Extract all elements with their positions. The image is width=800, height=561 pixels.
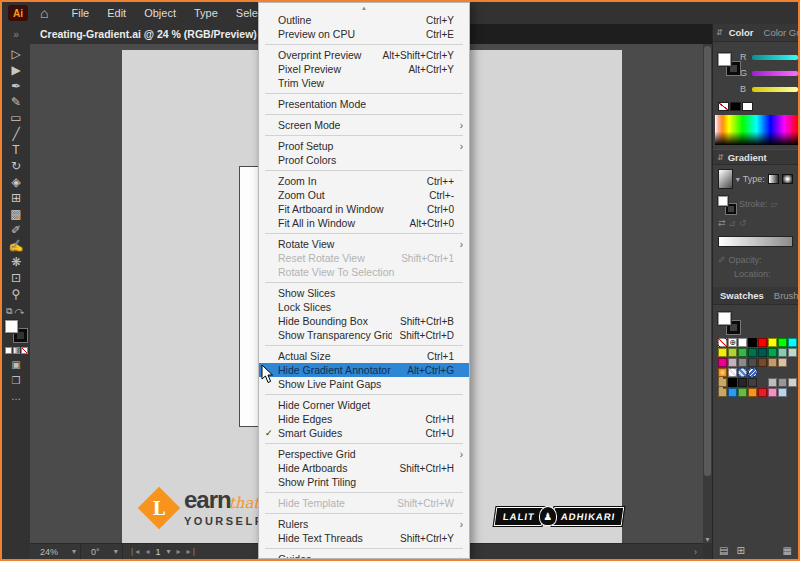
swatch-pattern[interactable]	[748, 368, 757, 377]
gradient-tool-icon[interactable]: ▩	[2, 206, 30, 222]
swatch-color[interactable]	[738, 338, 747, 347]
swatch-pattern[interactable]	[738, 368, 747, 377]
menu-item-lock-slices[interactable]: Lock Slices	[259, 300, 469, 314]
color-spectrum[interactable]	[715, 115, 798, 145]
swatch-color[interactable]	[738, 378, 747, 387]
menu-item-pixel-preview[interactable]: Pixel PreviewAlt+Ctrl+Y	[259, 62, 469, 76]
gradient-fill-stroke-proxy[interactable]	[718, 196, 736, 214]
menu-item-perspective-grid[interactable]: Perspective Grid›	[259, 447, 469, 461]
none-button[interactable]	[21, 347, 28, 354]
blob-brush-tool-icon[interactable]: ✍	[2, 238, 30, 254]
fill-indicator[interactable]	[718, 196, 728, 206]
swatch-color[interactable]	[748, 348, 757, 357]
menu-item-fit-all-in-window[interactable]: Fit All in WindowAlt+Ctrl+0	[259, 216, 469, 230]
eyedropper-tool-icon[interactable]: ✐	[2, 222, 30, 238]
menu-item-rotate-view[interactable]: Rotate View›	[259, 237, 469, 251]
free-transform-tool-icon[interactable]: ⊞	[2, 190, 30, 206]
tab-brushes[interactable]: Brushes	[770, 288, 800, 303]
symbol-sprayer-tool-icon[interactable]: ❋	[2, 254, 30, 270]
swatch-color[interactable]	[768, 388, 777, 397]
swatch-color[interactable]	[758, 348, 767, 357]
swatch-pattern[interactable]	[728, 368, 737, 377]
swatch-libraries-icon[interactable]: ▤	[719, 545, 728, 556]
first-artboard-icon[interactable]: ❘◂	[129, 547, 140, 556]
new-swatch-group-icon[interactable]: ⊞	[736, 545, 744, 556]
swatch-color[interactable]	[728, 358, 737, 367]
panel-collapse-icon[interactable]: ⇵	[717, 153, 724, 162]
gradient-thumbnail[interactable]	[718, 169, 733, 189]
swatch-color[interactable]	[778, 388, 787, 397]
vertical-scrollbar[interactable]: ▼	[703, 44, 712, 543]
panel-collapse-icon[interactable]: ⇵	[716, 28, 723, 37]
menu-item-trim-view[interactable]: Trim View	[259, 76, 469, 90]
gradient-button[interactable]	[13, 347, 20, 354]
menu-item-guides[interactable]: Guides›	[259, 552, 469, 558]
color-mode-buttons[interactable]	[5, 347, 28, 354]
channel-g-slider[interactable]: G	[740, 68, 793, 78]
tab-color[interactable]: Color	[725, 25, 758, 40]
menu-item-hide-gradient-annotator[interactable]: Hide Gradient AnnotatorAlt+Ctrl+G	[259, 363, 469, 377]
chevron-down-icon[interactable]: ▾	[166, 547, 170, 556]
swatch-color[interactable]	[748, 378, 757, 387]
color-button[interactable]	[5, 347, 12, 354]
linear-gradient-icon[interactable]	[768, 174, 779, 184]
vertical-scrollbar-thumb[interactable]	[704, 46, 711, 476]
next-artboard-icon[interactable]: ▸	[176, 547, 180, 556]
menu-item-show-live-paint-gaps[interactable]: Show Live Paint Gaps	[259, 377, 469, 391]
channel-gradient-bar[interactable]	[752, 87, 798, 92]
menu-item-overprint-preview[interactable]: Overprint PreviewAlt+Shift+Ctrl+Y	[259, 48, 469, 62]
menu-item-hide-artboards[interactable]: Hide ArtboardsShift+Ctrl+H	[259, 461, 469, 475]
menu-scroll-up-icon[interactable]: ▲	[259, 3, 469, 13]
gradient-slider[interactable]	[718, 236, 793, 247]
app-icon[interactable]: Ai	[8, 5, 28, 21]
fill-indicator[interactable]	[718, 312, 731, 325]
fill-stroke-proxy[interactable]	[5, 320, 27, 342]
menu-item-show-transparency-grid[interactable]: Show Transparency GridShift+Ctrl+D	[259, 328, 469, 342]
menu-item-hide-edges[interactable]: Hide EdgesCtrl+H	[259, 412, 469, 426]
menu-item-zoom-out[interactable]: Zoom OutCtrl+-	[259, 188, 469, 202]
pen-tool-icon[interactable]: ✒	[2, 78, 30, 94]
paintbrush-tool-icon[interactable]: ✎	[2, 94, 30, 110]
color-fill-stroke-proxy[interactable]	[718, 53, 740, 75]
menu-item-actual-size[interactable]: Actual SizeCtrl+1	[259, 349, 469, 363]
menu-item-hide-bounding-box[interactable]: Hide Bounding BoxShift+Ctrl+B	[259, 314, 469, 328]
swatch-color[interactable]	[728, 378, 737, 387]
artboard-tool-icon[interactable]: ⊡	[2, 270, 30, 286]
line-segment-tool-icon[interactable]: ╱	[2, 126, 30, 142]
swatch-color[interactable]	[778, 348, 787, 357]
swatch-group-folder-icon[interactable]	[718, 388, 727, 397]
scroll-down-icon[interactable]: ▼	[703, 536, 712, 543]
rotation-control[interactable]: 0° ▾	[87, 544, 123, 559]
swatch-none[interactable]	[718, 338, 727, 347]
channel-b-slider[interactable]: B	[740, 84, 793, 94]
fill-indicator[interactable]	[5, 320, 18, 333]
swatch-color[interactable]	[758, 388, 767, 397]
tab-swatches[interactable]: Swatches	[716, 288, 768, 303]
menu-item-proof-setup[interactable]: Proof Setup›	[259, 139, 469, 153]
swatch-registration[interactable]: ⊕	[728, 338, 737, 347]
swatch-color[interactable]	[788, 338, 797, 347]
menu-item-preview-on-cpu[interactable]: Preview on CPUCtrl+E	[259, 27, 469, 41]
screen-mode-icon[interactable]: ❐	[12, 375, 21, 386]
swatch-color[interactable]	[728, 348, 737, 357]
menu-item-fit-artboard-in-window[interactable]: Fit Artboard in WindowCtrl+0	[259, 202, 469, 216]
zoom-tool-icon[interactable]: ⚲	[2, 286, 30, 302]
swatches-fill-stroke-proxy[interactable]	[718, 312, 740, 334]
channel-gradient-bar[interactable]	[752, 55, 798, 60]
white-swatch[interactable]	[742, 102, 753, 111]
home-icon[interactable]: ⌂	[40, 5, 48, 21]
menubar-item-object[interactable]: Object	[135, 4, 185, 22]
menu-item-smart-guides[interactable]: ✓Smart GuidesCtrl+U	[259, 426, 469, 440]
swap-fill-stroke-icon[interactable]: ⧉↷	[6, 306, 26, 317]
swatch-color[interactable]	[768, 348, 777, 357]
chevron-down-icon[interactable]: ▾	[736, 175, 740, 184]
fill-indicator[interactable]	[718, 53, 731, 66]
selection-tool-icon[interactable]: ▷	[2, 46, 30, 62]
swatch-color[interactable]	[738, 388, 747, 397]
swatch-color[interactable]	[748, 338, 757, 347]
swatch-color[interactable]	[718, 348, 727, 357]
swatch-color[interactable]	[768, 338, 777, 347]
menu-item-rulers[interactable]: Rulers›	[259, 517, 469, 531]
tab-color-guide[interactable]: Color Guide	[760, 25, 800, 40]
menu-item-outline[interactable]: OutlineCtrl+Y	[259, 13, 469, 27]
